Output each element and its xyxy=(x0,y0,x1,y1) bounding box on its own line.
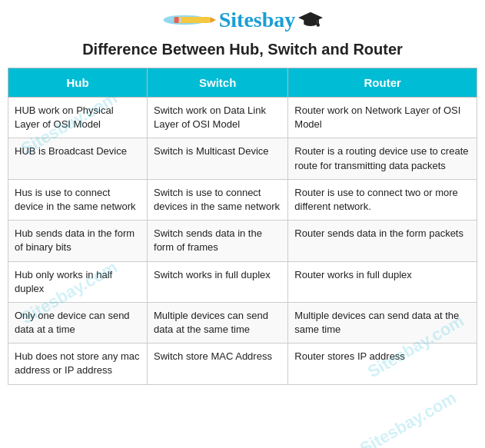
cell-r4-c0: Hub only works in half duplex xyxy=(8,261,148,302)
cell-r6-c0: Hub does not store any mac address or IP… xyxy=(8,343,148,384)
table-row: Hub does not store any mac address or IP… xyxy=(8,343,477,384)
logo-area: Sitesbay xyxy=(8,8,477,33)
table-row: Hub only works in half duplexSwitch work… xyxy=(8,261,477,302)
cell-r4-c1: Switch works in full duplex xyxy=(148,261,288,302)
cell-r4-c2: Router works in full duplex xyxy=(288,261,477,302)
cell-r0-c1: Switch work on Data Link Layer of OSI Mo… xyxy=(148,98,288,138)
graduation-cap-icon xyxy=(298,9,323,31)
cell-r5-c2: Multiple devices can send data at the sa… xyxy=(288,302,477,343)
cell-r1-c1: Switch is Multicast Device xyxy=(148,138,288,179)
cell-r2-c2: Router is use to connect two or more dif… xyxy=(288,179,477,220)
watermark-4: Sitesbay.com xyxy=(357,388,460,448)
table-row: Hub sends data in the form of binary bit… xyxy=(8,221,477,261)
table-row: Hus is use to connect device in the same… xyxy=(8,179,477,220)
svg-rect-4 xyxy=(174,17,178,23)
col-header-hub: Hub xyxy=(8,68,148,98)
cell-r5-c0: Only one device can send data at a time xyxy=(8,302,148,343)
col-header-switch: Switch xyxy=(148,68,288,98)
comparison-table: Hub Switch Router HUB work on Physical L… xyxy=(8,68,477,385)
svg-marker-3 xyxy=(210,17,216,23)
table-row: HUB work on Physical Layer of OSI ModelS… xyxy=(8,98,477,138)
table-wrapper: Sitesbay.com Sitesbay.com Sitesbay.com S… xyxy=(8,68,477,385)
table-header-row: Hub Switch Router xyxy=(8,68,477,98)
cell-r5-c1: Multiple devices can send data at the sa… xyxy=(148,302,288,343)
cell-r1-c2: Router is a routing device use to create… xyxy=(288,138,477,179)
cell-r1-c0: HUB is Broadcast Device xyxy=(8,138,148,179)
cell-r0-c0: HUB work on Physical Layer of OSI Model xyxy=(8,98,148,138)
logo-text: Sitesbay xyxy=(219,8,296,32)
svg-rect-5 xyxy=(178,18,181,22)
page-title: Difference Between Hub, Switch and Route… xyxy=(8,41,477,58)
cell-r2-c0: Hus is use to connect device in the same… xyxy=(8,179,148,220)
table-row: Only one device can send data at a timeM… xyxy=(8,302,477,343)
logo-container: Sitesbay xyxy=(162,8,324,32)
pencil-icon xyxy=(162,9,216,31)
cell-r3-c2: Router sends data in the form packets xyxy=(288,221,477,261)
cell-r2-c1: Switch is use to connect devices in the … xyxy=(148,179,288,220)
cell-r6-c2: Router stores IP address xyxy=(288,343,477,384)
cell-r3-c1: Switch sends data in the form of frames xyxy=(148,221,288,261)
col-header-router: Router xyxy=(288,68,477,98)
cell-r3-c0: Hub sends data in the form of binary bit… xyxy=(8,221,148,261)
table-row: HUB is Broadcast DeviceSwitch is Multica… xyxy=(8,138,477,179)
page-wrapper: Sitesbay Difference Between Hub, Switch … xyxy=(0,0,485,400)
cell-r6-c1: Switch store MAC Address xyxy=(148,343,288,384)
cell-r0-c2: Router work on Network Layer of OSI Mode… xyxy=(288,98,477,138)
